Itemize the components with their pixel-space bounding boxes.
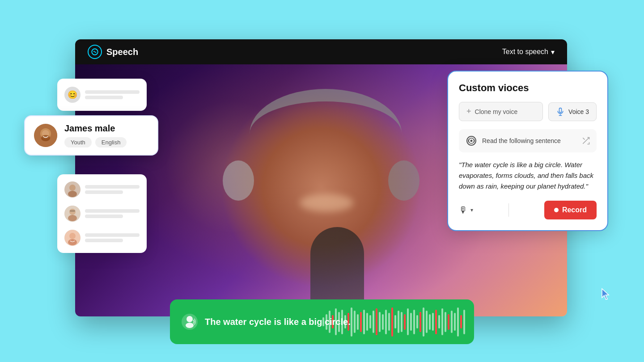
list-item[interactable] — [63, 203, 141, 224]
speaker-icon — [181, 313, 199, 331]
svg-rect-15 — [559, 108, 562, 112]
voice-line — [85, 233, 140, 237]
shuffle-icon[interactable] — [581, 136, 590, 145]
svg-marker-21 — [602, 289, 609, 299]
panel-footer: 🎙 ▾ Record — [459, 201, 597, 219]
avatar — [64, 181, 80, 198]
svg-rect-11 — [70, 210, 75, 212]
divider — [508, 203, 509, 217]
voice3-label: Voice 3 — [568, 108, 589, 115]
panel-title: Custom vioces — [459, 82, 597, 94]
youth-tag: Youth — [64, 137, 92, 147]
svg-point-13 — [69, 233, 76, 239]
waveform-text: The water cycle is like a big circle. — [205, 317, 351, 327]
cursor-pointer — [600, 288, 613, 300]
text-to-speech-menu[interactable]: Text to speech ▾ — [502, 48, 555, 56]
svg-point-24 — [186, 323, 194, 328]
smile-glow — [300, 194, 353, 212]
svg-point-7 — [68, 191, 77, 197]
voice-line — [85, 239, 123, 242]
svg-point-4 — [41, 135, 50, 141]
record-label: Record — [562, 206, 587, 214]
voice-line — [85, 185, 140, 189]
app-header: Speech Text to speech ▾ — [75, 39, 567, 64]
voice-line — [85, 190, 123, 194]
custom-voices-panel: Custom vioces + Clone my voice Voice 3 R… — [447, 71, 608, 231]
clone-row: + Clone my voice Voice 3 — [459, 102, 597, 121]
sentence-row: Read the following sentence — [459, 129, 597, 152]
english-tag: English — [95, 137, 127, 147]
voice-line — [85, 209, 140, 213]
list-item[interactable] — [63, 179, 141, 200]
avatar — [34, 124, 57, 147]
voice-list-card: 😊 — [57, 79, 147, 111]
voice-line — [85, 215, 123, 218]
avatar — [64, 206, 80, 222]
list-item[interactable] — [63, 227, 141, 248]
svg-point-23 — [186, 316, 193, 322]
voice-line — [85, 90, 140, 94]
clone-voice-button[interactable]: + Clone my voice — [459, 102, 543, 121]
headphone-icon — [465, 135, 478, 147]
logo-group: Speech — [88, 45, 138, 59]
svg-point-10 — [68, 215, 77, 221]
plus-icon: + — [466, 107, 471, 116]
more-voices-card — [57, 174, 147, 253]
tts-label: Text to speech — [502, 48, 548, 56]
left-earcup — [223, 160, 254, 201]
james-info: James male Youth English — [64, 123, 127, 147]
james-card[interactable]: James male Youth English — [24, 115, 158, 156]
quote-text: "The water cycle is like a big circle. W… — [459, 160, 597, 192]
chevron-down-icon: ▾ — [551, 48, 555, 56]
record-dot-icon — [554, 208, 559, 212]
james-tags: Youth English — [64, 137, 127, 147]
avatar: 😊 — [64, 87, 80, 103]
avatar — [64, 230, 80, 246]
mic-dropdown[interactable]: 🎙 ▾ — [459, 205, 473, 215]
waveform-bar: The water cycle is like a big circle. — [170, 299, 474, 344]
voice3-button[interactable]: Voice 3 — [548, 102, 597, 121]
logo-icon — [88, 45, 102, 59]
james-name: James male — [64, 123, 127, 134]
svg-point-20 — [470, 140, 473, 142]
app-title: Speech — [106, 47, 138, 57]
waveform-icon-group — [181, 313, 199, 331]
chevron-down-icon: ▾ — [470, 207, 473, 213]
right-earcup — [388, 160, 419, 201]
record-button[interactable]: Record — [544, 201, 597, 219]
sentence-label: Read the following sentence — [482, 137, 577, 144]
headphone-arc — [250, 89, 402, 178]
list-item[interactable]: 😊 — [63, 84, 141, 105]
clone-label: Clone my voice — [475, 108, 518, 115]
svg-point-6 — [69, 185, 76, 191]
mic-dropdown-icon: 🎙 — [459, 205, 468, 215]
svg-point-14 — [68, 239, 77, 245]
microphone-icon — [556, 107, 565, 116]
voice-line — [85, 96, 123, 99]
